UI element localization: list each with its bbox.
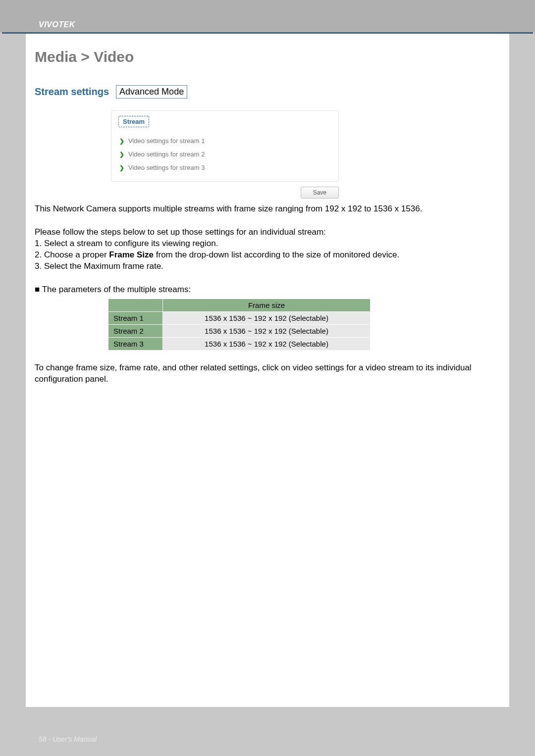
- table-header-empty: [108, 299, 163, 311]
- table-header-row: Frame size: [108, 299, 371, 311]
- table-row: Stream 2 1536 x 1536 ~ 192 x 192 (Select…: [108, 324, 371, 337]
- step-3: 3. Select the Maximum frame rate.: [35, 261, 500, 272]
- stream-panel-area: Stream ❯ Video settings for stream 1 ❯ V…: [111, 110, 339, 199]
- params-table-wrap: Frame size Stream 1 1536 x 1536 ~ 192 x …: [108, 299, 371, 351]
- content-area: Media > Video Stream settings Advanced M…: [26, 34, 509, 707]
- table-cell-value: 1536 x 1536 ~ 192 x 192 (Selectable): [163, 337, 371, 350]
- chevron-right-icon: ❯: [119, 138, 124, 145]
- page-title: Media > Video: [35, 49, 500, 65]
- table-cell-stream-name: Stream 1: [108, 311, 163, 324]
- step-1: 1. Select a stream to configure its view…: [35, 238, 500, 250]
- chevron-right-icon: ❯: [119, 151, 124, 158]
- video-settings-stream-1[interactable]: ❯ Video settings for stream 1: [118, 134, 331, 148]
- step-2-suffix: from the drop-down list according to the…: [154, 250, 399, 259]
- table-header-frame-size: Frame size: [163, 299, 371, 311]
- closing-text: To change frame size, frame rate, and ot…: [35, 362, 500, 385]
- page: VIVOTEK Media > Video Stream settings Ad…: [0, 0, 535, 756]
- table-cell-stream-name: Stream 3: [108, 337, 163, 350]
- step-2-prefix: 2. Choose a proper: [35, 250, 109, 259]
- stream-panel: Stream ❯ Video settings for stream 1 ❯ V…: [111, 110, 339, 182]
- chevron-right-icon: ❯: [119, 164, 124, 171]
- params-heading: ■ The parameters of the multiple streams…: [35, 284, 500, 296]
- steps-intro: Please follow the steps below to set up …: [35, 227, 500, 238]
- header-bar: VIVOTEK: [0, 0, 535, 32]
- table-cell-stream-name: Stream 2: [108, 324, 163, 337]
- footer-label: 58 - User's Manual: [39, 735, 97, 743]
- save-row: Save: [111, 187, 339, 199]
- stream-link-label: Video settings for stream 2: [128, 151, 205, 158]
- params-table: Frame size Stream 1 1536 x 1536 ~ 192 x …: [108, 299, 371, 351]
- tab-stream[interactable]: Stream: [118, 116, 149, 127]
- intro-text: This Network Camera supports multiple st…: [35, 203, 500, 215]
- step-2: 2. Choose a proper Frame Size from the d…: [35, 250, 500, 261]
- table-row: Stream 1 1536 x 1536 ~ 192 x 192 (Select…: [108, 311, 371, 324]
- table-cell-value: 1536 x 1536 ~ 192 x 192 (Selectable): [163, 311, 371, 324]
- stream-settings-label: Stream settings: [35, 86, 109, 98]
- advanced-mode-badge: Advanced Mode: [116, 85, 187, 99]
- save-button[interactable]: Save: [301, 187, 339, 199]
- stream-link-label: Video settings for stream 3: [128, 164, 205, 171]
- step-2-bold: Frame Size: [109, 250, 154, 259]
- video-settings-stream-3[interactable]: ❯ Video settings for stream 3: [118, 161, 331, 174]
- brand-label: VIVOTEK: [39, 20, 75, 29]
- table-row: Stream 3 1536 x 1536 ~ 192 x 192 (Select…: [108, 337, 371, 350]
- table-cell-value: 1536 x 1536 ~ 192 x 192 (Selectable): [163, 324, 371, 337]
- settings-title-row: Stream settings Advanced Mode: [35, 85, 500, 99]
- stream-link-label: Video settings for stream 1: [128, 137, 205, 145]
- video-settings-stream-2[interactable]: ❯ Video settings for stream 2: [118, 148, 331, 161]
